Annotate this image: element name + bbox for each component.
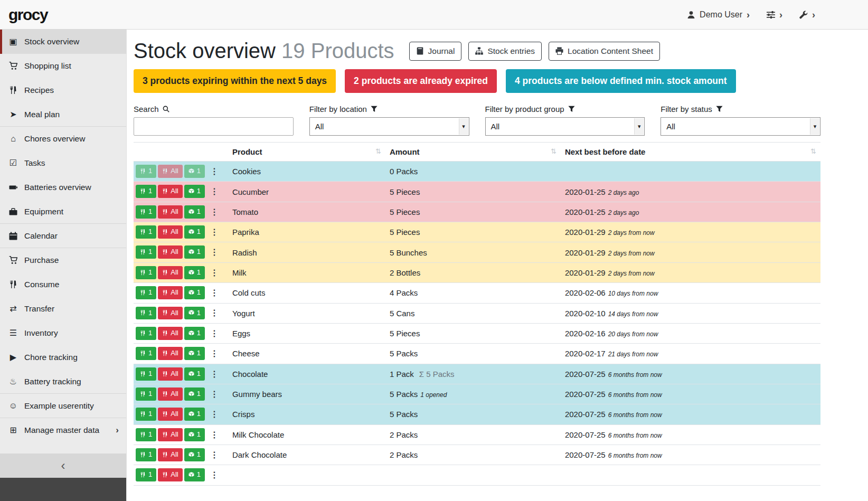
open-one-button[interactable]: 1 — [184, 428, 205, 441]
consume-one-button[interactable]: 1 — [136, 245, 156, 259]
sidebar-item-equipment[interactable]: Equipment — [0, 200, 126, 224]
consume-all-button[interactable]: All — [158, 448, 182, 461]
open-one-button[interactable]: 1 — [184, 205, 205, 219]
sidebar-collapse-button[interactable]: ‹ — [0, 453, 126, 478]
row-menu-button[interactable]: ⋮ — [206, 287, 222, 299]
row-menu-button[interactable]: ⋮ — [206, 165, 222, 178]
status-filter-select[interactable]: All ▾ — [661, 117, 820, 136]
consume-all-button[interactable]: All — [158, 205, 182, 219]
sidebar-item-calendar[interactable]: Calendar — [0, 224, 126, 248]
consume-all-button[interactable]: All — [158, 387, 182, 401]
consume-all-button[interactable]: All — [158, 245, 182, 259]
open-one-button[interactable]: 1 — [184, 266, 205, 279]
consume-all-button[interactable]: All — [158, 428, 182, 441]
row-menu-button[interactable]: ⋮ — [206, 388, 222, 401]
sidebar-item-recipes[interactable]: Recipes — [0, 78, 126, 102]
best-before-cell: 2020-07-256 months from now — [561, 364, 820, 384]
expiring-products-banner[interactable]: 3 products expiring within the next 5 da… — [134, 69, 336, 93]
sidebar-item-battery-tracking[interactable]: ♨Battery tracking — [0, 370, 126, 394]
row-menu-button[interactable]: ⋮ — [206, 429, 222, 441]
consume-one-button[interactable]: 1 — [136, 428, 156, 441]
stock-entries-button[interactable]: Stock entries — [468, 42, 542, 61]
row-menu-button[interactable]: ⋮ — [206, 327, 222, 340]
column-header-product[interactable]: Product ⇅ — [228, 143, 385, 162]
consume-all-button[interactable]: All — [158, 327, 182, 340]
below-min-stock-banner[interactable]: 4 products are below defined min. stock … — [506, 69, 736, 93]
sidebar-item-chores-overview[interactable]: ⌂Chores overview — [0, 127, 126, 151]
sidebar-item-example-userentity[interactable]: ☺Example userentity — [0, 394, 126, 418]
consume-all-button[interactable]: All — [158, 367, 182, 381]
consume-one-button[interactable]: 1 — [136, 387, 156, 401]
open-one-button[interactable]: 1 — [184, 286, 205, 299]
open-one-button[interactable]: 1 — [184, 245, 205, 259]
consume-all-button[interactable]: All — [158, 165, 182, 178]
consume-one-button[interactable]: 1 — [136, 165, 156, 178]
row-menu-button[interactable]: ⋮ — [206, 185, 222, 198]
sidebar-item-meal-plan[interactable]: ➤Meal plan — [0, 102, 126, 127]
consume-one-button[interactable]: 1 — [136, 307, 156, 320]
consume-one-button[interactable]: 1 — [136, 327, 156, 340]
column-header-amount[interactable]: Amount ⇅ — [385, 143, 561, 162]
row-menu-button[interactable]: ⋮ — [206, 347, 222, 360]
open-one-button[interactable]: 1 — [184, 468, 205, 481]
consume-all-button[interactable]: All — [158, 307, 182, 320]
consume-one-button[interactable]: 1 — [136, 185, 156, 198]
open-one-button[interactable]: 1 — [184, 165, 205, 178]
consume-one-button[interactable]: 1 — [136, 286, 156, 299]
consume-one-button[interactable]: 1 — [136, 468, 156, 481]
row-menu-button[interactable]: ⋮ — [206, 449, 222, 461]
search-input[interactable] — [134, 117, 294, 136]
app-logo[interactable]: grocy — [8, 6, 48, 24]
location-filter-select[interactable]: All ▾ — [309, 117, 469, 136]
consume-all-button[interactable]: All — [158, 347, 182, 360]
consume-one-button[interactable]: 1 — [136, 347, 156, 360]
row-menu-button[interactable]: ⋮ — [206, 226, 222, 239]
consume-one-button[interactable]: 1 — [136, 408, 156, 421]
sidebar-item-batteries-overview[interactable]: Batteries overview — [0, 175, 126, 200]
consume-one-button[interactable]: 1 — [136, 205, 156, 219]
row-menu-button[interactable]: ⋮ — [206, 267, 222, 279]
consume-all-button[interactable]: All — [158, 408, 182, 421]
consume-all-button[interactable]: All — [158, 266, 182, 279]
column-header-next-best-before-date[interactable]: Next best before date ⇅ — [561, 143, 820, 162]
sidebar-item-chore-tracking[interactable]: ▶Chore tracking — [0, 345, 126, 370]
consume-one-button[interactable]: 1 — [136, 367, 156, 381]
sidebar-item-stock-overview[interactable]: ▣Stock overview — [0, 30, 126, 54]
open-one-button[interactable]: 1 — [184, 387, 205, 401]
open-one-button[interactable]: 1 — [184, 185, 205, 198]
product-group-filter-select[interactable]: All ▾ — [485, 117, 645, 136]
row-menu-button[interactable]: ⋮ — [206, 408, 222, 421]
journal-button[interactable]: Journal — [409, 42, 462, 61]
consume-all-button[interactable]: All — [158, 225, 182, 239]
open-one-button[interactable]: 1 — [184, 347, 205, 360]
settings-menu[interactable]: › — [767, 10, 782, 20]
open-one-button[interactable]: 1 — [184, 307, 205, 320]
row-menu-button[interactable]: ⋮ — [206, 206, 222, 219]
consume-one-button[interactable]: 1 — [136, 266, 156, 279]
consume-one-button[interactable]: 1 — [136, 225, 156, 239]
sidebar-item-tasks[interactable]: ☑Tasks — [0, 151, 126, 175]
consume-all-button[interactable]: All — [158, 185, 182, 198]
row-menu-button[interactable]: ⋮ — [206, 469, 222, 481]
sidebar-item-transfer[interactable]: ⇄Transfer — [0, 297, 126, 321]
user-menu[interactable]: Demo User › — [687, 10, 750, 20]
sidebar-item-consume[interactable]: Consume — [0, 272, 126, 297]
expired-products-banner[interactable]: 2 products are already expired — [345, 69, 497, 93]
location-content-sheet-button[interactable]: Location Content Sheet — [549, 42, 660, 61]
row-menu-button[interactable]: ⋮ — [206, 368, 222, 381]
consume-all-button[interactable]: All — [158, 286, 182, 299]
open-one-button[interactable]: 1 — [184, 448, 205, 461]
row-menu-button[interactable]: ⋮ — [206, 307, 222, 319]
admin-menu[interactable]: › — [799, 10, 815, 20]
open-one-button[interactable]: 1 — [184, 225, 205, 239]
open-one-button[interactable]: 1 — [184, 408, 205, 421]
sidebar-item-shopping-list[interactable]: Shopping list — [0, 54, 126, 78]
open-one-button[interactable]: 1 — [184, 327, 205, 340]
open-one-button[interactable]: 1 — [184, 367, 205, 381]
consume-all-button[interactable]: All — [158, 468, 182, 481]
row-menu-button[interactable]: ⋮ — [206, 246, 222, 259]
sidebar-item-purchase[interactable]: Purchase — [0, 248, 126, 272]
sidebar-item-inventory[interactable]: ☰Inventory — [0, 321, 126, 345]
consume-one-button[interactable]: 1 — [136, 448, 156, 461]
sidebar-item-manage-master-data[interactable]: ⊞Manage master data› — [0, 418, 126, 442]
